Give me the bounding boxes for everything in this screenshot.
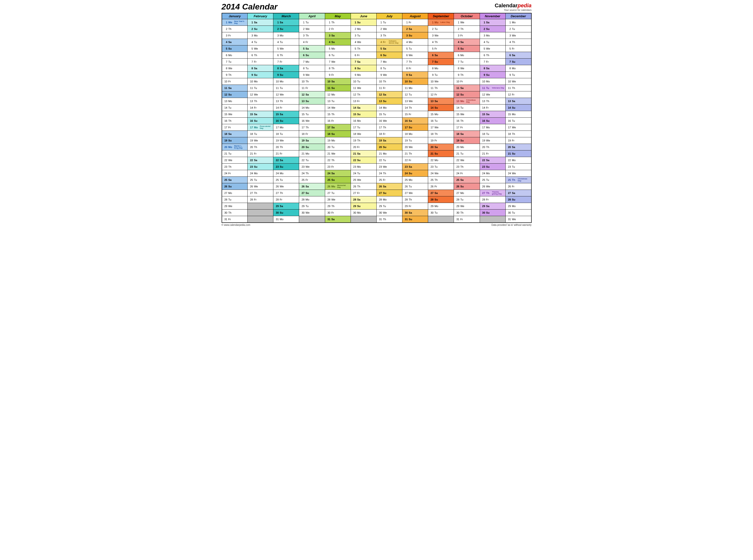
day-cell: 21Fr (248, 151, 273, 157)
day-cell: 15Mo (428, 111, 454, 118)
day-cell: 27Mo (222, 190, 248, 196)
day-cell: 21Tu (222, 151, 248, 157)
day-cell: 30Th (454, 209, 480, 216)
day-cell: 16Su (273, 118, 299, 124)
day-cell: 9Su (480, 72, 505, 78)
day-cell: 4Sa (222, 39, 248, 45)
day-cell: 27ThThanks-giving Day (480, 190, 505, 196)
day-cell: 18We (351, 131, 376, 137)
brand-logo: Calendarpedia Your source for calendars (495, 2, 532, 12)
month-header: December (505, 13, 531, 19)
day-cell: 18Th (505, 131, 531, 137)
day-cell: 2Fr (325, 26, 351, 32)
day-cell: 29Su (351, 203, 376, 209)
day-cell: 7Mo (376, 59, 402, 65)
day-cell: 13Su (376, 98, 402, 104)
day-cell: 31Th (376, 216, 402, 223)
day-cell: 10We (505, 78, 531, 85)
day-cell: 23Sa (402, 164, 428, 170)
day-cell: 10Fr (222, 78, 248, 85)
day-cell: 14Tu (222, 104, 248, 111)
day-cell: 1Su (351, 19, 376, 26)
day-cell: 4FrIndepen-dence Day (376, 39, 402, 45)
day-cell: 12Th (351, 92, 376, 98)
day-cell: 11Tu (248, 85, 273, 92)
day-cell: 2Th (454, 26, 480, 32)
day-cell: 24Fr (222, 170, 248, 177)
day-cell: 7Mo (299, 59, 325, 65)
day-cell: 8Sa (480, 65, 505, 72)
day-cell: 25Su (325, 177, 351, 183)
day-cell: 23We (299, 164, 325, 170)
day-cell: 14Mo (299, 104, 325, 111)
day-cell: 27Fr (351, 190, 376, 196)
day-cell: 25Mo (402, 177, 428, 183)
day-cell: 14Fr (273, 104, 299, 111)
day-cell: 4Sa (454, 39, 480, 45)
day-cell: 5Sa (299, 45, 325, 52)
day-cell: 24Fr (454, 170, 480, 177)
day-cell: 21Fr (480, 151, 505, 157)
day-cell: 24We (505, 170, 531, 177)
day-cell: 21Su (505, 151, 531, 157)
day-cell: 8Mo (505, 65, 531, 72)
day-cell: 3Su (402, 32, 428, 39)
day-cell: 12We (273, 92, 299, 98)
day-cell: 18Fr (376, 131, 402, 137)
day-cell: 12Mo (325, 92, 351, 98)
day-cell: 26Fr (505, 183, 531, 190)
day-cell: 26Th (351, 183, 376, 190)
day-cell: 19We (273, 137, 299, 144)
day-cell: 11Tu (273, 85, 299, 92)
day-cell: 26We (248, 183, 273, 190)
day-cell: 16We (376, 118, 402, 124)
day-cell: 9Tu (428, 72, 454, 78)
day-cell: 27Sa (428, 190, 454, 196)
day-cell: 9Su (248, 72, 273, 78)
day-cell: 15We (454, 111, 480, 118)
day-cell: 23Th (222, 164, 248, 170)
day-cell: 20Sa (428, 144, 454, 151)
day-cell: 31We (505, 216, 531, 223)
day-cell: 24We (428, 170, 454, 177)
day-cell: 14Fr (248, 104, 273, 111)
day-cell: 1WeNew Year's Day (222, 19, 248, 26)
day-cell: 7Fr (248, 59, 273, 65)
day-cell: 11Fr (299, 85, 325, 92)
day-cell: 3We (428, 32, 454, 39)
day-cell: 20Mo (454, 144, 480, 151)
day-cell: 30We (299, 209, 325, 216)
day-cell: 20Th (480, 144, 505, 151)
day-cell: 19Sa (376, 137, 402, 144)
day-cell: 5Fr (505, 45, 531, 52)
day-cell: 13Th (248, 98, 273, 104)
day-cell: 3Th (376, 32, 402, 39)
day-cell: 17Fr (454, 124, 480, 131)
day-cell: 6Fr (351, 52, 376, 59)
day-cell: 11Sa (222, 85, 248, 92)
day-cell: 2We (376, 26, 402, 32)
day-cell: 25Sa (222, 177, 248, 183)
day-cell: 27Sa (505, 190, 531, 196)
day-cell: 26Su (222, 183, 248, 190)
day-cell: 10Tu (351, 78, 376, 85)
day-cell: 30We (376, 209, 402, 216)
day-cell: 11We (351, 85, 376, 92)
day-cell: 15Sa (248, 111, 273, 118)
day-cell: 5Su (222, 45, 248, 52)
day-cell: 22Tu (299, 157, 325, 164)
day-cell: 10Su (402, 78, 428, 85)
day-cell (299, 216, 325, 223)
day-cell: 28Th (402, 196, 428, 203)
day-cell (428, 216, 454, 223)
day-cell: 26Fr (428, 183, 454, 190)
day-cell: 4We (351, 39, 376, 45)
day-cell: 19Su (454, 137, 480, 144)
day-cell: 29We (222, 203, 248, 209)
day-cell: 12Sa (299, 92, 325, 98)
day-cell: 25We (351, 177, 376, 183)
day-cell: 2Tu (428, 26, 454, 32)
day-cell: 26Tu (402, 183, 428, 190)
day-cell: 16Tu (505, 118, 531, 124)
day-cell: 30Tu (428, 209, 454, 216)
